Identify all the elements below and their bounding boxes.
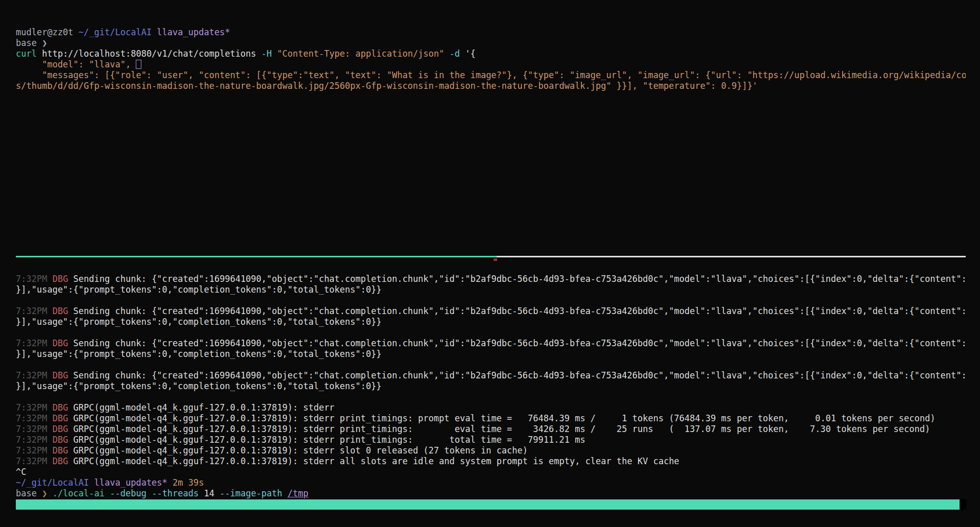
terminal-text-segment: ❯ xyxy=(42,488,52,498)
terminal-text-segment: GRPC(ggml-model-q4_k.gguf-127.0.0.1:3781… xyxy=(74,445,528,456)
terminal-text-segment: DBG xyxy=(53,435,74,445)
prompt-context-line-2: ~/_git/LocalAI llava_updates* 2m 39s xyxy=(16,477,966,488)
terminal-text-segment: ~/_git/LocalAI xyxy=(79,27,157,37)
terminal-text-segment: --debug xyxy=(110,488,152,498)
terminal-text-segment: 7:32PM xyxy=(16,413,53,423)
terminal-text-segment: 7:32PM xyxy=(16,306,53,316)
log-grpc-stderr: 7:32PM DBG GRPC(ggml-model-q4_k.gguf-127… xyxy=(16,402,966,413)
terminal-text-segment: ./local-ai xyxy=(53,488,110,498)
terminal-text-segment: llava_updates* xyxy=(94,477,173,488)
command-line-localai: base ❯ ./local-ai --debug --threads 14 -… xyxy=(16,488,966,499)
terminal-text-segment: --image-path xyxy=(219,488,287,498)
terminal-text-segment: http://localhost:8080/v1/chat/completion… xyxy=(37,49,261,59)
terminal-text-segment: 7:32PM xyxy=(16,274,53,284)
terminal-text-segment: }],"usage":{"prompt_tokens":0,"completio… xyxy=(16,284,381,295)
log-chunk-1a: 7:32PM DBG Sending chunk: {"created":169… xyxy=(16,274,966,284)
terminal-text-segment: 7:32PM xyxy=(16,424,53,434)
terminal-text-segment: DBG xyxy=(53,370,74,380)
log-grpc-slot-released: 7:32PM DBG GRPC(ggml-model-q4_k.gguf-127… xyxy=(16,445,966,456)
terminal-text-segment: 2m 39s xyxy=(173,477,204,488)
terminal-text-segment: base ❯ xyxy=(16,38,47,48)
json-body-url-wrap-line: s/thumb/d/dd/Gfp-wisconsin-madison-the-n… xyxy=(16,81,966,91)
log-chunk-3a: 7:32PM DBG Sending chunk: {"created":169… xyxy=(16,338,966,349)
terminal-text-segment: "messages": [{"role": "user", "content":… xyxy=(16,70,966,80)
terminal-text-segment: 7:32PM xyxy=(16,445,53,456)
terminal-text-segment: 7:32PM xyxy=(16,370,53,380)
terminal-text-segment: 14 xyxy=(204,488,220,498)
terminal-text-segment: curl xyxy=(16,49,37,59)
terminal-text-segment: /tmp xyxy=(287,488,308,498)
terminal-text-segment: mudler@zz0t xyxy=(16,27,79,37)
json-body-messages-line: "messages": [{"role": "user", "content":… xyxy=(16,70,966,81)
log-grpc-prompt-eval: 7:32PM DBG GRPC(ggml-model-q4_k.gguf-127… xyxy=(16,413,966,424)
terminal-text-segment: s/thumb/d/dd/Gfp-wisconsin-madison-the-n… xyxy=(16,81,757,91)
terminal-text-segment: DBG xyxy=(53,456,74,466)
sigint-line: ^C xyxy=(16,467,966,477)
log-chunk-2b: }],"usage":{"prompt_tokens":0,"completio… xyxy=(16,317,966,327)
blank-line xyxy=(16,327,966,338)
terminal-text-segment: GRPC(ggml-model-q4_k.gguf-127.0.0.1:3781… xyxy=(74,402,335,413)
terminal-text-segment: DBG xyxy=(53,306,74,316)
terminal-text-segment: "model": "llava", xyxy=(16,59,136,69)
terminal-text-segment: --threads xyxy=(152,488,204,498)
prompt-line: base ❯ xyxy=(16,38,966,49)
terminal-text-segment: }],"usage":{"prompt_tokens":0,"completio… xyxy=(16,381,381,391)
terminal-text-segment: }],"usage":{"prompt_tokens":0,"completio… xyxy=(16,349,381,359)
terminal-text-segment: Sending chunk: {"created":1699641090,"ob… xyxy=(74,274,966,284)
divider-red-mark xyxy=(494,258,497,261)
empty-region xyxy=(16,91,966,256)
blank-line xyxy=(16,360,966,370)
terminal-text-segment: GRPC(ggml-model-q4_k.gguf-127.0.0.1:3781… xyxy=(74,456,679,466)
terminal-text-segment: GRPC(ggml-model-q4_k.gguf-127.0.0.1:3781… xyxy=(74,435,585,445)
log-chunk-4b: }],"usage":{"prompt_tokens":0,"completio… xyxy=(16,381,966,392)
terminal-text-segment: Sending chunk: {"created":1699641090,"ob… xyxy=(74,306,966,316)
log-grpc-eval: 7:32PM DBG GRPC(ggml-model-q4_k.gguf-127… xyxy=(16,424,966,435)
terminal-text-segment: llava_updates* xyxy=(157,27,230,37)
log-chunk-4a: 7:32PM DBG Sending chunk: {"created":169… xyxy=(16,370,966,381)
terminal-text-segment: 7:32PM xyxy=(16,435,53,445)
log-grpc-total: 7:32PM DBG GRPC(ggml-model-q4_k.gguf-127… xyxy=(16,435,966,445)
json-body-model-line: "model": "llava", xyxy=(16,59,966,70)
terminal-text-segment: base xyxy=(16,488,42,498)
command-line-curl: curl http://localhost:8080/v1/chat/compl… xyxy=(16,49,966,59)
terminal-text-segment: "Content-Type: application/json" xyxy=(272,49,450,59)
terminal-text-segment: DBG xyxy=(53,338,74,348)
log-grpc-idle: 7:32PM DBG GRPC(ggml-model-q4_k.gguf-127… xyxy=(16,456,966,467)
terminal-text-segment: '{ xyxy=(460,49,476,59)
terminal-text-segment: DBG xyxy=(53,274,74,284)
terminal-text-segment: DBG xyxy=(53,402,74,413)
terminal-text-segment: GRPC(ggml-model-q4_k.gguf-127.0.0.1:3781… xyxy=(74,413,936,423)
log-chunk-3b: }],"usage":{"prompt_tokens":0,"completio… xyxy=(16,349,966,360)
log-chunk-2a: 7:32PM DBG Sending chunk: {"created":169… xyxy=(16,306,966,317)
terminal-text-segment: DBG xyxy=(53,424,74,434)
terminal-text-segment: -H xyxy=(261,49,272,59)
blank-line xyxy=(16,392,966,402)
prompt-context-line: mudler@zz0t ~/_git/LocalAI llava_updates… xyxy=(16,27,966,38)
terminal-text-segment: 7:32PM xyxy=(16,456,53,466)
terminal-text-segment: 7:32PM xyxy=(16,338,53,348)
pane-divider-active-segment xyxy=(16,256,497,257)
terminal-text-segment: Sending chunk: {"created":1699641090,"ob… xyxy=(74,370,966,380)
tmux-status-bar: [0] <0:zsh 21:zsh 22:zsh 23:zsh 24:zsh 2… xyxy=(16,499,966,510)
terminal-text-segment: Sending chunk: {"created":1699641090,"ob… xyxy=(74,338,966,348)
status-bar-cursor-block xyxy=(960,499,966,510)
terminal-text-segment: GRPC(ggml-model-q4_k.gguf-127.0.0.1:3781… xyxy=(74,424,930,434)
terminal-text-segment: }],"usage":{"prompt_tokens":0,"completio… xyxy=(16,317,381,327)
pane-divider[interactable] xyxy=(16,256,966,257)
terminal-window[interactable]: mudler@zz0t ~/_git/LocalAI llava_updates… xyxy=(0,0,980,527)
terminal-text-segment: ~/_git/LocalAI xyxy=(16,477,94,488)
blank-line xyxy=(16,295,966,306)
terminal-text-segment: DBG xyxy=(53,445,74,456)
terminal-text-segment: -d xyxy=(450,49,460,59)
terminal-text-segment: ^C xyxy=(16,467,26,477)
terminal-text-segment: DBG xyxy=(53,413,74,423)
terminal-cursor xyxy=(136,60,141,69)
terminal-text-segment: 7:32PM xyxy=(16,402,53,413)
log-chunk-1b: }],"usage":{"prompt_tokens":0,"completio… xyxy=(16,284,966,295)
pane-divider-inactive-segment xyxy=(497,256,966,257)
